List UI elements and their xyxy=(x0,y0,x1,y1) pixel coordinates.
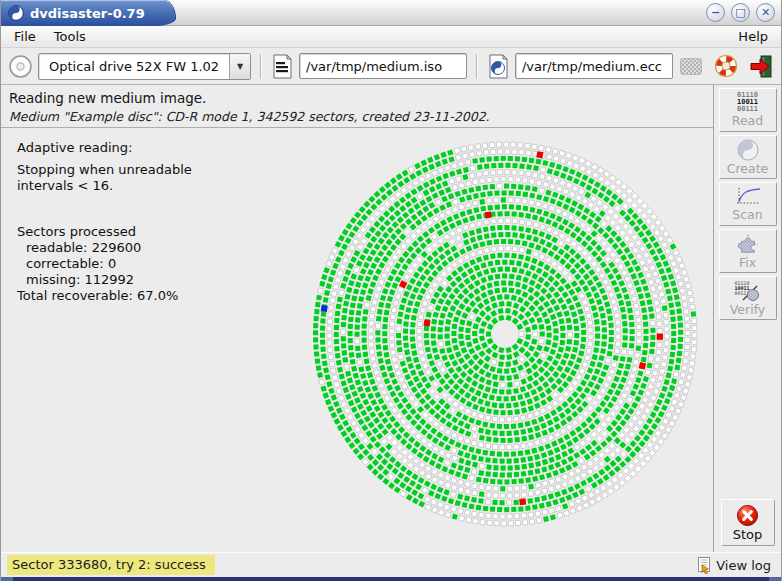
quit-button[interactable] xyxy=(748,52,774,80)
disc-sector-spiral xyxy=(299,129,711,539)
reading-info-panel: Adaptive reading: Stopping when unreadab… xyxy=(17,140,192,304)
drive-select[interactable]: Optical drive 52X FW 1.02 ▼ xyxy=(38,53,251,80)
chevron-down-icon[interactable]: ▼ xyxy=(229,54,250,79)
disc-drive-icon xyxy=(8,54,33,79)
close-button[interactable]: ✕ xyxy=(756,3,775,22)
view-log-button[interactable]: View log xyxy=(697,557,775,574)
maximize-button[interactable]: □ xyxy=(731,3,750,22)
stopping-line1: Stopping when unreadable xyxy=(17,162,192,178)
menu-file[interactable]: File xyxy=(5,27,45,46)
content-row: Reading new medium image. Medium "Exampl… xyxy=(1,85,781,552)
binary-read-icon: 01110 10011 00111 xyxy=(737,92,758,113)
correctable-value: 0 xyxy=(108,256,116,271)
ecc-file-icon xyxy=(487,52,510,80)
title-tab[interactable]: dvdisaster-0.79 xyxy=(1,0,176,26)
correctable-row: correctable: 0 xyxy=(17,256,192,272)
fix-button: Fix xyxy=(719,229,777,273)
verify-icon: 01110 10011 00111 xyxy=(735,280,761,302)
drive-select-value: Optical drive 52X FW 1.02 xyxy=(39,59,229,74)
verify-button: 01110 10011 00111 Verify xyxy=(719,276,777,320)
preferences-button xyxy=(678,52,704,80)
yinyang-icon xyxy=(737,139,759,161)
stopping-line2: intervals < 16. xyxy=(17,178,192,194)
stop-button[interactable]: Stop xyxy=(721,499,775,546)
scan-curve-icon xyxy=(734,186,762,207)
stop-icon xyxy=(736,504,759,527)
readable-row: readable: 229600 xyxy=(17,240,192,256)
toolbar: Optical drive 52X FW 1.02 ▼ xyxy=(1,48,781,85)
content-main: Reading new medium image. Medium "Exampl… xyxy=(1,85,713,552)
action-sidebar: 01110 10011 00111 Read xyxy=(713,85,781,552)
total-recoverable-value: 67.0% xyxy=(137,288,178,303)
log-document-icon xyxy=(697,557,713,574)
help-lifebelt-button[interactable] xyxy=(713,52,739,80)
medium-info: Medium "Example disc": CD-R mode 1, 3425… xyxy=(9,109,705,124)
missing-row: missing: 112992 xyxy=(17,272,192,288)
window-title: dvdisaster-0.79 xyxy=(30,6,145,21)
mode-label: Adaptive reading: xyxy=(17,140,192,156)
menu-tools[interactable]: Tools xyxy=(45,27,95,46)
toolbar-separator xyxy=(260,54,262,79)
toolbar-actions xyxy=(678,52,774,80)
iso-file-icon xyxy=(271,52,294,80)
ecc-path-input[interactable] xyxy=(515,53,673,79)
scan-button: Scan xyxy=(719,182,777,226)
menubar: File Tools Help xyxy=(1,26,781,48)
total-recoverable-row: Total recoverable: 67.0% xyxy=(17,288,192,304)
app-window: dvdisaster-0.79 − □ ✕ File Tools Help Op… xyxy=(0,0,782,581)
read-button: 01110 10011 00111 Read xyxy=(719,88,777,132)
status-header: Reading new medium image. Medium "Exampl… xyxy=(1,85,713,128)
statusbar: Sector 333680, try 2: success View log xyxy=(1,552,781,577)
workarea: Adaptive reading: Stopping when unreadab… xyxy=(1,128,713,552)
view-log-label: View log xyxy=(716,558,771,573)
missing-value: 112992 xyxy=(84,272,134,287)
minimize-button[interactable]: − xyxy=(706,3,725,22)
readable-value: 229600 xyxy=(92,240,142,255)
toolbar-separator xyxy=(476,54,478,79)
app-logo-icon xyxy=(8,5,24,21)
titlebar: dvdisaster-0.79 − □ ✕ xyxy=(1,0,781,26)
status-message: Sector 333680, try 2: success xyxy=(7,555,215,575)
create-button: Create xyxy=(719,135,777,179)
menu-help[interactable]: Help xyxy=(729,27,777,46)
iso-path-input[interactable] xyxy=(299,53,467,79)
window-bottom-border xyxy=(1,577,781,581)
puzzle-icon xyxy=(737,233,759,255)
sectors-heading: Sectors processed xyxy=(17,224,192,240)
action-title: Reading new medium image. xyxy=(9,90,705,106)
window-controls: − □ ✕ xyxy=(706,3,775,22)
